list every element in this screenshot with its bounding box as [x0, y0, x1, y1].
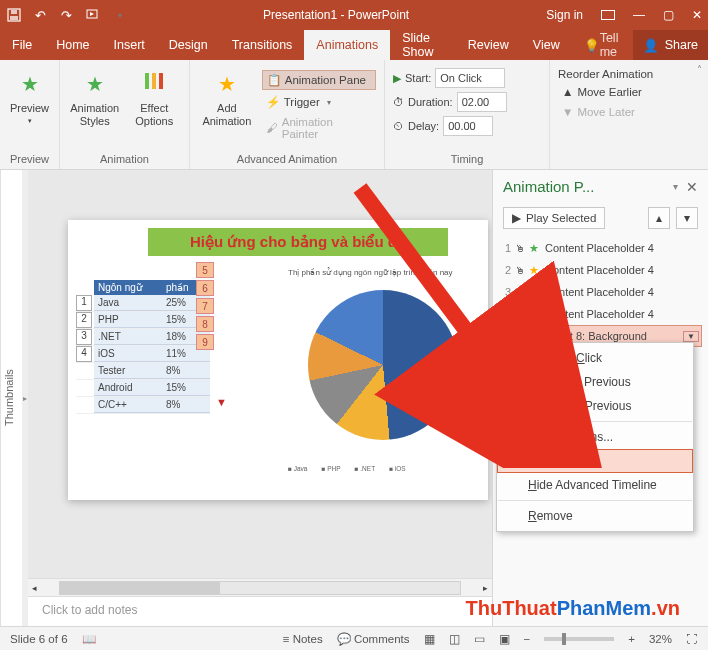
context-menu: 🖱Start On Click Start With Previous ⏱Sta… — [496, 342, 694, 532]
table-row: 2PHP15% — [76, 312, 210, 329]
reorder-label: Reorder Animation — [558, 68, 653, 80]
animation-painter-button: 🖌 Animation Painter — [262, 114, 376, 142]
svg-rect-4 — [145, 73, 149, 89]
menu-start-on-click[interactable]: 🖱Start On Click — [497, 346, 693, 370]
zoom-in-icon[interactable]: + — [628, 633, 635, 645]
animation-pane-button[interactable]: 📋 Animation Pane — [262, 70, 376, 90]
duration-input[interactable]: 02.00 — [457, 92, 507, 112]
undo-icon[interactable]: ↶ — [32, 7, 48, 23]
group-timing-label: Timing — [393, 151, 541, 167]
pie-chart — [308, 290, 458, 440]
close-icon[interactable]: ✕ — [692, 8, 702, 22]
spellcheck-icon[interactable]: 📖 — [82, 632, 96, 646]
start-label: Start: — [405, 72, 431, 84]
animation-styles-button[interactable]: ★Animation Styles — [68, 68, 122, 127]
tab-insert[interactable]: Insert — [102, 30, 157, 60]
statusbar: Slide 6 of 6 📖 ≡ Notes 💬 Comments ▦ ◫ ▭ … — [0, 626, 708, 650]
tab-transitions[interactable]: Transitions — [220, 30, 305, 60]
delay-input[interactable]: 00.00 — [443, 116, 493, 136]
reading-view-icon[interactable]: ▭ — [474, 632, 485, 646]
redo-icon[interactable]: ↷ — [58, 7, 74, 23]
menu-timing[interactable]: Timing...↖ — [497, 449, 693, 473]
menu-start-with-previous[interactable]: Start With Previous — [497, 370, 693, 394]
close-pane-icon[interactable]: ✕ — [686, 179, 698, 195]
notes-button[interactable]: ≡ Notes — [283, 633, 323, 645]
thumbnails-panel[interactable]: Thumbnails — [0, 170, 22, 626]
horizontal-scrollbar[interactable]: ◂▸ — [28, 578, 492, 596]
titlebar: ↶ ↷ Presentation1 - PowerPoint Sign in —… — [0, 0, 708, 30]
tab-view[interactable]: View — [521, 30, 572, 60]
ribbon-tabs: File Home Insert Design Transitions Anim… — [0, 30, 708, 60]
svg-rect-2 — [11, 10, 17, 14]
signin-link[interactable]: Sign in — [546, 8, 583, 22]
zoom-slider[interactable] — [544, 637, 614, 641]
menu-remove[interactable]: Remove — [497, 504, 693, 528]
notes-pane[interactable]: Click to add notes — [28, 596, 492, 626]
table-row: 4iOS11% — [76, 346, 210, 363]
table-row: 1Java25% — [76, 295, 210, 312]
move-up-button[interactable]: ▴ — [648, 207, 670, 229]
animation-item[interactable]: 3🖱Content Placeholder 4 — [499, 281, 702, 303]
delay-label: Delay: — [408, 120, 439, 132]
slide-counter: Slide 6 of 6 — [10, 633, 68, 645]
table-row: C/C++8% — [76, 397, 210, 414]
chart-title: Thị phần sử dụng ngôn ngữ lập trình hiện… — [288, 268, 453, 277]
minimize-icon[interactable]: — — [633, 8, 645, 22]
pane-options-icon[interactable]: ▾ — [673, 181, 678, 192]
anim-tag-6[interactable]: 6 — [196, 280, 214, 296]
fit-to-window-icon[interactable]: ⛶ — [686, 633, 698, 645]
slide-canvas[interactable]: Hiệu ứng cho bảng và biểu đồ Thị phần sử… — [28, 170, 492, 578]
zoom-value[interactable]: 32% — [649, 633, 672, 645]
menu-hide-timeline[interactable]: Hide Advanced Timeline — [497, 473, 693, 497]
tab-tellme[interactable]: 💡 Tell me — [572, 30, 633, 60]
preview-button[interactable]: ★Preview▾ — [8, 68, 51, 125]
effect-options-button[interactable]: Effect Options — [128, 68, 182, 127]
menu-effect-options[interactable]: Effect Options... — [497, 425, 693, 449]
comments-button[interactable]: 💬 Comments — [337, 632, 410, 646]
table-row: Android15% — [76, 380, 210, 397]
collapse-ribbon-icon[interactable]: ˄ — [690, 60, 708, 169]
anim-tag-7[interactable]: 7 — [196, 298, 214, 314]
slideshow-view-icon[interactable]: ▣ — [499, 632, 510, 646]
svg-rect-5 — [152, 73, 156, 89]
save-icon[interactable] — [6, 7, 22, 23]
normal-view-icon[interactable]: ▦ — [424, 632, 435, 646]
start-select[interactable]: On Click — [435, 68, 505, 88]
ribbon-display-icon[interactable] — [601, 10, 615, 20]
trigger-button[interactable]: ⚡ Trigger — [262, 93, 376, 111]
svg-rect-1 — [10, 16, 18, 20]
group-preview-label: Preview — [8, 151, 51, 167]
start-from-beginning-icon[interactable] — [84, 7, 100, 23]
share-button[interactable]: 👤Share — [633, 30, 708, 60]
tab-design[interactable]: Design — [157, 30, 220, 60]
tab-animations[interactable]: Animations — [304, 30, 390, 60]
group-advanced-label: Advanced Animation — [198, 151, 376, 167]
move-earlier-button[interactable]: ▲ Move Earlier — [558, 84, 653, 100]
animation-item[interactable]: 4🖱★Content Placeholder 4 — [499, 303, 702, 325]
animation-list: 1🖱★Content Placeholder 42🖱★Content Place… — [493, 237, 708, 347]
down-arrow-icon: ▼ — [216, 396, 227, 408]
anim-tag-9[interactable]: 9 — [196, 334, 214, 350]
tab-slideshow[interactable]: Slide Show — [390, 30, 456, 60]
window-title: Presentation1 - PowerPoint — [126, 8, 546, 22]
animation-pane-title: Animation P... — [503, 178, 665, 195]
table-row: Tester8% — [76, 363, 210, 380]
maximize-icon[interactable]: ▢ — [663, 8, 674, 22]
add-animation-button[interactable]: ★Add Animation — [198, 68, 256, 127]
move-down-button[interactable]: ▾ — [676, 207, 698, 229]
table-row: 3.NET18% — [76, 329, 210, 346]
watermark: ThuThuatPhanMem.vn — [466, 597, 680, 620]
slide-title: Hiệu ứng cho bảng và biểu đồ — [148, 228, 448, 256]
qat-more-icon[interactable] — [110, 7, 126, 23]
anim-tag-5[interactable]: 5 — [196, 262, 214, 278]
tab-file[interactable]: File — [0, 30, 44, 60]
animation-item[interactable]: 2🖱★Content Placeholder 4 — [499, 259, 702, 281]
zoom-out-icon[interactable]: − — [524, 633, 531, 645]
menu-start-after-previous[interactable]: ⏱Start After Previous — [497, 394, 693, 418]
sorter-view-icon[interactable]: ◫ — [449, 632, 460, 646]
tab-review[interactable]: Review — [456, 30, 521, 60]
anim-tag-8[interactable]: 8 — [196, 316, 214, 332]
tab-home[interactable]: Home — [44, 30, 101, 60]
play-selected-button[interactable]: ▶ Play Selected — [503, 207, 605, 229]
animation-item[interactable]: 1🖱★Content Placeholder 4 — [499, 237, 702, 259]
